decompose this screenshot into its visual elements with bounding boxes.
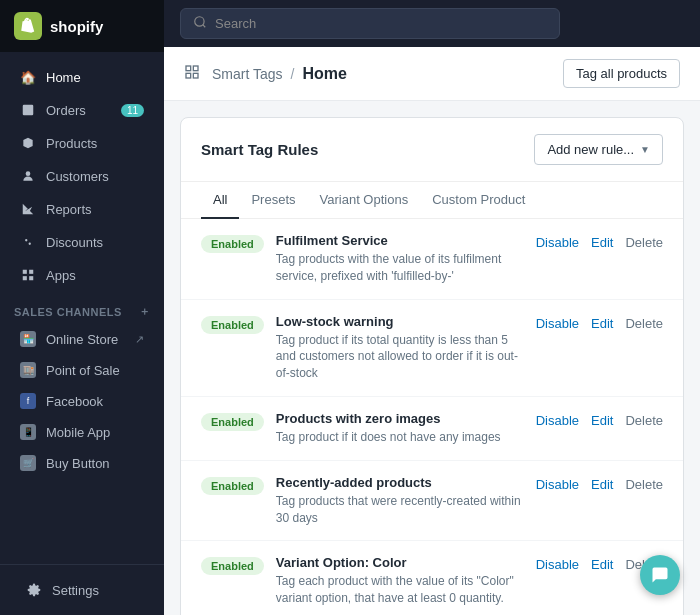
breadcrumb: Smart Tags / Home — [184, 64, 347, 83]
add-channel-icon[interactable]: ＋ — [139, 304, 151, 319]
edit-action[interactable]: Edit — [591, 235, 613, 250]
delete-action[interactable]: Delete — [625, 316, 663, 331]
tabs-container: All Presets Variant Options Custom Produ… — [181, 182, 683, 219]
svg-rect-11 — [193, 66, 198, 71]
svg-rect-5 — [29, 270, 33, 274]
nav-label-reports: Reports — [46, 202, 92, 217]
rule-name: Products with zero images — [276, 411, 524, 426]
logo-text: shopify — [50, 18, 103, 35]
status-badge: Enabled — [201, 235, 264, 253]
nav-item-customers[interactable]: Customers — [6, 160, 158, 192]
status-badge: Enabled — [201, 316, 264, 334]
edit-action[interactable]: Edit — [591, 557, 613, 572]
delete-action[interactable]: Delete — [625, 235, 663, 250]
facebook-icon: f — [20, 393, 36, 409]
rule-actions: DisableEditDelete — [536, 477, 663, 492]
content-area: Smart Tags / Home Tag all products Smart… — [164, 47, 700, 615]
svg-point-3 — [29, 243, 31, 245]
sidebar-nav: 🏠 Home Orders 11 Products Customers — [0, 52, 164, 564]
rule-name: Recently-added products — [276, 475, 524, 490]
status-badge: Enabled — [201, 413, 264, 431]
status-badge: Enabled — [201, 557, 264, 575]
rule-name: Variant Option: Color — [276, 555, 524, 570]
panel-header: Smart Tag Rules Add new rule... ▼ — [181, 118, 683, 182]
rule-item: Enabled Fulfilment Service Tag products … — [181, 219, 683, 300]
delete-action[interactable]: Delete — [625, 477, 663, 492]
orders-badge: 11 — [121, 104, 144, 117]
tag-all-button[interactable]: Tag all products — [563, 59, 680, 88]
svg-rect-4 — [23, 270, 27, 274]
tab-custom-product[interactable]: Custom Product — [420, 182, 537, 219]
tab-variant-options[interactable]: Variant Options — [308, 182, 421, 219]
nav-item-orders[interactable]: Orders 11 — [6, 94, 158, 126]
grid-icon — [184, 64, 200, 83]
smart-tag-rules-panel: Smart Tag Rules Add new rule... ▼ All Pr… — [180, 117, 684, 615]
add-rule-button[interactable]: Add new rule... ▼ — [534, 134, 663, 165]
svg-rect-12 — [186, 73, 191, 78]
search-input[interactable] — [215, 16, 547, 31]
channel-pos[interactable]: 🏬 Point of Sale — [6, 355, 158, 385]
rule-info: Products with zero images Tag product if… — [276, 411, 524, 446]
svg-point-2 — [25, 239, 27, 241]
nav-item-products[interactable]: Products — [6, 127, 158, 159]
nav-item-apps[interactable]: Apps — [6, 259, 158, 291]
breadcrumb-link[interactable]: Smart Tags — [212, 66, 283, 82]
rule-description: Tag product if its total quantity is les… — [276, 332, 524, 382]
channel-label-online-store: Online Store — [46, 332, 118, 347]
nav-label-products: Products — [46, 136, 97, 151]
channel-buy-button[interactable]: 🛒 Buy Button — [6, 448, 158, 478]
edit-action[interactable]: Edit — [591, 413, 613, 428]
delete-action[interactable]: Delete — [625, 413, 663, 428]
channel-online-store[interactable]: 🏪 Online Store ↗ — [6, 324, 158, 354]
rule-description: Tag product if it does not have any imag… — [276, 429, 524, 446]
rule-actions: DisableEditDelete — [536, 235, 663, 250]
nav-item-reports[interactable]: Reports — [6, 193, 158, 225]
disable-action[interactable]: Disable — [536, 477, 579, 492]
nav-item-settings[interactable]: Settings — [12, 574, 152, 606]
sidebar: shopify 🏠 Home Orders 11 Products Custom… — [0, 0, 164, 615]
disable-action[interactable]: Disable — [536, 413, 579, 428]
tab-presets[interactable]: Presets — [239, 182, 307, 219]
channel-label-buy: Buy Button — [46, 456, 110, 471]
rule-item: Enabled Products with zero images Tag pr… — [181, 397, 683, 461]
shopify-logo-icon — [14, 12, 42, 40]
mobile-icon: 📱 — [20, 424, 36, 440]
nav-label-apps: Apps — [46, 268, 76, 283]
svg-rect-6 — [23, 276, 27, 280]
fab-button[interactable] — [640, 555, 680, 595]
nav-item-home[interactable]: 🏠 Home — [6, 61, 158, 93]
disable-action[interactable]: Disable — [536, 316, 579, 331]
channel-label-facebook: Facebook — [46, 394, 103, 409]
edit-action[interactable]: Edit — [591, 477, 613, 492]
rule-info: Low-stock warning Tag product if its tot… — [276, 314, 524, 382]
svg-rect-10 — [186, 66, 191, 71]
customers-icon — [20, 168, 36, 184]
sales-channels-title: SALES CHANNELS ＋ — [0, 292, 164, 323]
buy-button-icon: 🛒 — [20, 455, 36, 471]
rule-description: Tag products with the value of its fulfi… — [276, 251, 524, 285]
pos-icon: 🏬 — [20, 362, 36, 378]
nav-item-discounts[interactable]: Discounts — [6, 226, 158, 258]
apps-icon — [20, 267, 36, 283]
channel-mobile-app[interactable]: 📱 Mobile App — [6, 417, 158, 447]
dropdown-arrow-icon: ▼ — [640, 144, 650, 155]
edit-action[interactable]: Edit — [591, 316, 613, 331]
products-icon — [20, 135, 36, 151]
external-link-icon: ↗ — [135, 333, 144, 346]
tab-all[interactable]: All — [201, 182, 239, 219]
search-box[interactable] — [180, 8, 560, 39]
rule-name: Fulfilment Service — [276, 233, 524, 248]
nav-label-discounts: Discounts — [46, 235, 103, 250]
status-badge: Enabled — [201, 477, 264, 495]
disable-action[interactable]: Disable — [536, 235, 579, 250]
channel-label-mobile: Mobile App — [46, 425, 110, 440]
sidebar-logo[interactable]: shopify — [0, 0, 164, 52]
reports-icon — [20, 201, 36, 217]
disable-action[interactable]: Disable — [536, 557, 579, 572]
settings-icon — [26, 582, 42, 598]
orders-icon — [20, 102, 36, 118]
main-area: Smart Tags / Home Tag all products Smart… — [164, 0, 700, 615]
svg-point-9 — [195, 17, 204, 26]
channel-facebook[interactable]: f Facebook — [6, 386, 158, 416]
rule-item: Enabled Recently-added products Tag prod… — [181, 461, 683, 542]
